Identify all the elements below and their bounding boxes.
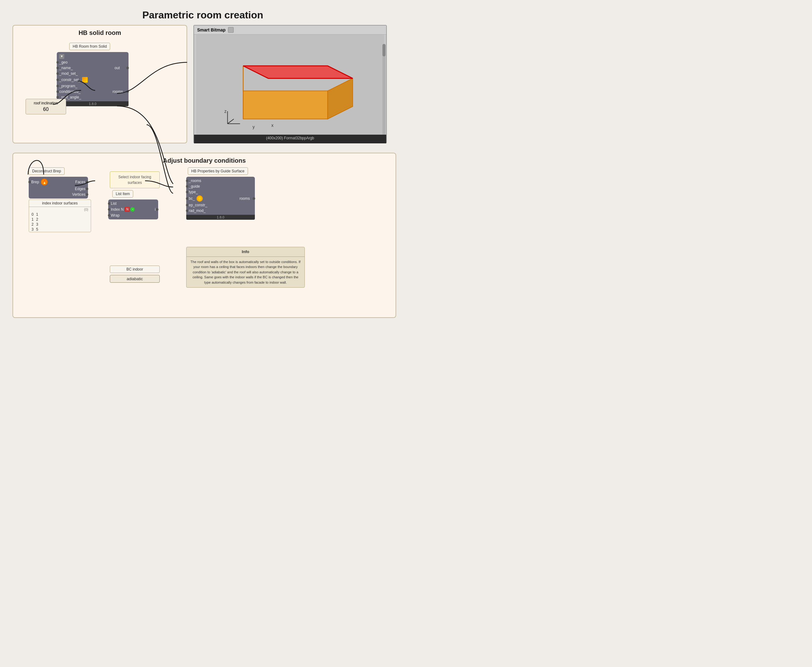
smart-bitmap-footer: (400x200) Format32bppArgb [194, 134, 386, 143]
rad-mod-port-left [186, 209, 188, 212]
bc-port-left [186, 197, 188, 200]
conditioned-port-left [57, 90, 59, 93]
rooms-out-port-right [253, 197, 255, 200]
ep-constr-port-left [186, 204, 188, 206]
i-label: i [155, 207, 156, 212]
rooms-label-1: rooms [113, 90, 123, 94]
roof-inclination-label: roof inclination [29, 101, 63, 105]
wrap-label: Wrap [111, 213, 120, 217]
hb-room-from-solid-label: HB Room from Solid [69, 43, 110, 50]
edges-port-right [86, 187, 88, 190]
guide-row: _guide [186, 184, 255, 189]
wrap-row: Wrap [108, 212, 158, 218]
smart-bitmap-titlebar: Smart Bitmap [194, 26, 386, 35]
smart-bitmap-window: Smart Bitmap z y x [193, 25, 387, 143]
select-note-text: Select indoor facing surfaces [118, 175, 151, 185]
svg-text:x: x [271, 123, 274, 128]
hb-room-node: ▼ _geo _name_ out _mod_set_ _constr_set_ [57, 52, 128, 106]
program-label: _program_ [59, 84, 77, 88]
name-label: _name_ [59, 66, 73, 70]
list-item-label: List Item [112, 190, 133, 197]
brep-port-left [28, 181, 31, 183]
hb-solid-room-panel: HB solid room HB Room from Solid ▼ _geo … [12, 25, 187, 143]
mod-set-label: _mod_set_ [59, 71, 78, 76]
hb-properties-node: _rooms _guide type_ bc_ rooms ep_constr_ [186, 177, 255, 220]
mod-set-port-left [57, 72, 59, 75]
index-1: 1 [32, 217, 34, 222]
list-row: List [108, 201, 158, 206]
program-row: _program_ [57, 83, 128, 89]
rooms-port-right [126, 90, 129, 93]
roof-angle-port-left [57, 96, 59, 98]
out-port-right [126, 67, 129, 69]
bc-row: bc_ rooms [186, 195, 255, 202]
rooms-in-port-left [186, 179, 188, 182]
geo-port-left [57, 61, 59, 63]
index-2: 2 [32, 222, 34, 227]
bc-indoor-value: adiabatic [110, 275, 160, 283]
name-row: _name_ out [57, 65, 128, 71]
faces-port-right [86, 181, 88, 183]
conditioned-row: conditioned_ rooms [57, 89, 128, 95]
geo-label: _geo [59, 60, 68, 65]
smart-bitmap-btn[interactable] [228, 27, 234, 33]
index-0: 0 [32, 212, 34, 217]
bc-label: bc_ [189, 196, 195, 201]
plus-icon: + [130, 207, 135, 212]
rooms-in-label: _rooms [189, 179, 201, 183]
hb-icon [196, 196, 203, 202]
rooms-in-row: _rooms [186, 178, 255, 184]
deconstruct-brep-node: Brep 🔥 Faces Edges Vertices [29, 177, 88, 199]
roof-inclination-node: roof inclination 60 [26, 99, 66, 114]
n-icon: N [125, 207, 130, 212]
fire-icon: 🔥 [41, 179, 48, 186]
index-panel-value: {0} [29, 207, 91, 212]
list-port-left [108, 202, 110, 205]
vertices-label: Vertices [72, 192, 85, 197]
index-3: 3 [32, 227, 34, 232]
constr-set-port-left [57, 78, 59, 81]
ep-constr-row: ep_constr_ [186, 202, 255, 208]
index-row-1: 1 2 [29, 217, 91, 222]
node-header-row: ▼ [57, 53, 128, 60]
info-body: The roof and walls of the box is automat… [186, 257, 304, 288]
guide-port-left [186, 185, 188, 187]
hb-properties-label: HB Properties by Guide Surface [188, 168, 248, 175]
hb-solid-room-title: HB solid room [13, 26, 186, 39]
select-indoor-surfaces-note: Select indoor facing surfaces [110, 171, 160, 188]
cube-icon [82, 77, 88, 83]
vertices-port-right [86, 193, 88, 196]
geo-row: _geo [57, 60, 128, 65]
value-3: 3 [36, 222, 38, 227]
index-port-left [108, 208, 110, 211]
info-box: Info The roof and walls of the box is au… [186, 247, 305, 288]
faces-label: Faces [75, 180, 85, 184]
smart-bitmap-title: Smart Bitmap [197, 27, 226, 32]
constr-set-row: _constr_set_ [57, 76, 128, 83]
svg-text:y: y [253, 124, 255, 129]
roof-angle-row: _roof_angle_ [57, 95, 128, 100]
mod-set-row: _mod_set_ [57, 71, 128, 76]
index-n-row: Index N N + i [108, 206, 158, 212]
rooms-out-label: rooms [240, 196, 250, 201]
brep-row: Brep 🔥 Faces [29, 178, 88, 186]
type-port-left [186, 191, 188, 193]
brep-label: Brep [31, 180, 39, 184]
out-label: out [115, 66, 120, 70]
svg-rect-0 [196, 35, 384, 134]
smart-bitmap-content: z y x [194, 35, 386, 134]
index-panel-title: index indoor surfaces [29, 200, 91, 207]
box-3d-visualization: z y x [194, 35, 386, 134]
edges-label: Edges [75, 187, 85, 191]
value-1: 1 [36, 212, 38, 217]
deconstruct-brep-label: Deconstruct Brep [29, 168, 65, 175]
wrap-port-left [108, 214, 110, 217]
value-5: 5 [36, 227, 38, 232]
value-2: 2 [36, 217, 38, 222]
boundary-conditions-panel: Adjust boundary conditions Deconstruct B… [12, 153, 396, 318]
page-title: Parametric room creation [0, 0, 406, 27]
svg-marker-1 [243, 91, 328, 119]
program-port-left [57, 85, 59, 87]
scrollbar-vertical[interactable] [383, 44, 386, 134]
edges-row: Edges [29, 186, 88, 192]
